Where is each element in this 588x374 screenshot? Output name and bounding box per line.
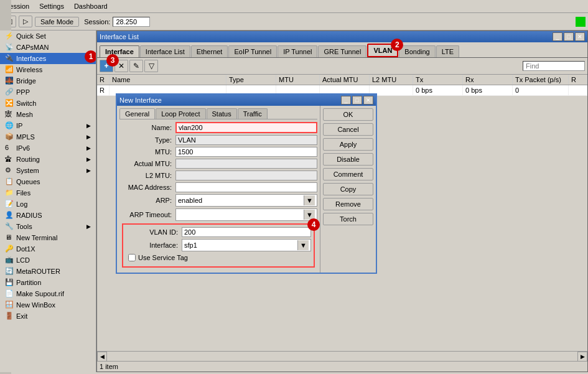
- sidebar-item-queues[interactable]: 📋 Queues: [0, 176, 96, 187]
- sidebar-item-interfaces[interactable]: 🔌 Interfaces 1: [0, 53, 96, 64]
- sidebar-item-switch[interactable]: 🔀 Switch: [0, 98, 96, 109]
- arp-select[interactable]: enabled ▼: [175, 194, 317, 207]
- sidebar-item-label: MPLS: [16, 133, 35, 141]
- tab-lte[interactable]: LTE: [436, 45, 459, 57]
- sidebar-item-quick-set[interactable]: ⚡ Quick Set: [0, 30, 96, 42]
- use-service-tag-checkbox[interactable]: [128, 254, 136, 261]
- sidebar-item-label: Files: [16, 189, 30, 197]
- sidebar-item-exit[interactable]: 🚪 Exit: [0, 311, 96, 322]
- mtu-input[interactable]: [175, 147, 317, 157]
- toolbar2: + 3 ✕ ✎ ▽: [97, 58, 587, 75]
- sidebar-item-lcd[interactable]: 📺 LCD: [0, 255, 96, 266]
- new-interface-dialog: New Interface _ □ ✕ General Loop Pr: [116, 93, 377, 274]
- tab-vlan[interactable]: VLAN 2: [367, 44, 398, 57]
- ok-button[interactable]: OK: [323, 108, 373, 121]
- sidebar-item-mesh[interactable]: 🕸 Mesh: [0, 109, 96, 120]
- tab-bonding[interactable]: Bonding: [399, 45, 435, 57]
- sidebar-item-radius[interactable]: 👤 RADIUS: [0, 210, 96, 221]
- comment-button[interactable]: Comment: [323, 168, 373, 180]
- name-input[interactable]: [175, 122, 317, 133]
- actual-mtu-input: [175, 159, 317, 169]
- cancel-button[interactable]: Cancel: [323, 123, 373, 136]
- arp-timeout-select[interactable]: ▼: [175, 208, 317, 221]
- dialog-close[interactable]: ✕: [363, 96, 373, 105]
- dtab-loop-protect[interactable]: Loop Protect: [156, 108, 205, 119]
- edit-button[interactable]: ✎: [129, 60, 143, 72]
- menu-settings[interactable]: Settings: [37, 1, 67, 11]
- safe-mode-button[interactable]: Safe Mode: [35, 17, 79, 27]
- sidebar-item-make-supout[interactable]: 📄 Make Supout.rif: [0, 288, 96, 299]
- tab-ip-tunnel[interactable]: IP Tunnel: [278, 45, 317, 57]
- close-button[interactable]: ✕: [575, 32, 585, 41]
- sidebar-item-metarouter[interactable]: 🔄 MetaROUTER: [0, 266, 96, 277]
- sidebar-item-capsman[interactable]: 📡 CAPsMAN: [0, 42, 96, 53]
- forward-button[interactable]: ▷: [19, 16, 32, 27]
- scroll-left-button[interactable]: ◀: [97, 352, 107, 362]
- apply-button[interactable]: Apply: [323, 138, 373, 151]
- dot1x-icon: 🔑: [5, 245, 14, 253]
- sidebar-item-mpls[interactable]: 📦 MPLS ▶: [0, 131, 96, 143]
- dtab-traffic[interactable]: Traffic: [238, 108, 268, 119]
- interface-label: Interface:: [126, 241, 182, 249]
- dtab-status[interactable]: Status: [207, 108, 237, 119]
- sidebar-item-label: Mesh: [16, 111, 33, 118]
- sidebar-item-system[interactable]: ⚙ System ▶: [0, 165, 96, 176]
- maximize-button[interactable]: □: [564, 32, 574, 41]
- ipv6-icon: 6: [5, 144, 14, 152]
- minimize-button[interactable]: _: [553, 32, 562, 41]
- tab-interface[interactable]: Interface: [100, 45, 139, 57]
- partition-icon: 💾: [5, 278, 14, 287]
- sidebar-item-label: Quick Set: [16, 32, 46, 40]
- sidebar-item-bridge[interactable]: 🌉 Bridge: [0, 75, 96, 86]
- disable-button[interactable]: Disable: [323, 153, 373, 166]
- tab-interface-list[interactable]: Interface List: [140, 45, 190, 57]
- sidebar-item-new-winbox[interactable]: 🪟 New WinBox: [0, 299, 96, 311]
- col-tx-packet: Tx Packet (p/s): [513, 75, 569, 85]
- interface-dropdown-arrow[interactable]: ▼: [297, 240, 309, 250]
- sidebar-item-wireless[interactable]: 📶 Wireless: [0, 64, 96, 75]
- sidebar-item-tools[interactable]: 🔧 Tools ▶: [0, 221, 96, 232]
- find-input[interactable]: [523, 61, 585, 71]
- col-tx: Tx: [413, 75, 463, 85]
- status-bar: 1 item: [97, 361, 587, 372]
- add-button[interactable]: + 3: [100, 60, 113, 72]
- sidebar-item-partition[interactable]: 💾 Partition: [0, 277, 96, 288]
- menu-dashboard[interactable]: Dashboard: [72, 1, 110, 11]
- sidebar-item-new-terminal[interactable]: 🖥 New Terminal: [0, 232, 96, 243]
- ipv6-arrow-icon: ▶: [86, 145, 91, 151]
- scroll-right-button[interactable]: ▶: [577, 352, 587, 362]
- copy-button[interactable]: Copy: [323, 183, 373, 195]
- switch-icon: 🔀: [5, 99, 14, 108]
- sidebar-item-ip[interactable]: 🌐 IP ▶: [0, 120, 96, 131]
- remove-button[interactable]: Remove: [323, 198, 373, 210]
- tab-gre-tunnel[interactable]: GRE Tunnel: [318, 45, 366, 57]
- sidebar-item-label: Queues: [16, 178, 40, 185]
- dialog-maximize[interactable]: □: [352, 96, 362, 105]
- sidebar-item-ipv6[interactable]: 6 IPv6 ▶: [0, 143, 96, 154]
- vlan-id-input[interactable]: [182, 227, 311, 237]
- exit-icon: 🚪: [5, 312, 14, 320]
- sidebar-item-ppp[interactable]: 🔗 PPP: [0, 86, 96, 98]
- tab-eoip-tunnel[interactable]: EoIP Tunnel: [228, 45, 277, 57]
- interface-select[interactable]: sfp1 ▼: [182, 239, 311, 251]
- ppp-icon: 🔗: [5, 88, 14, 96]
- col-r: R: [97, 75, 110, 85]
- filter-button[interactable]: ▽: [144, 60, 158, 72]
- dtab-general[interactable]: General: [119, 108, 155, 119]
- interface-value: sfp1: [184, 241, 197, 249]
- sidebar-item-label: New WinBox: [16, 301, 55, 309]
- sidebar-item-dot1x[interactable]: 🔑 Dot1X: [0, 243, 96, 255]
- torch-button[interactable]: Torch: [323, 213, 373, 225]
- sidebar-item-label: LCD: [16, 256, 30, 264]
- sidebar-item-files[interactable]: 📁 Files: [0, 187, 96, 199]
- sidebar-item-routing[interactable]: 🛣 Routing ▶: [0, 154, 96, 165]
- interfaces-icon: 🔌: [5, 54, 14, 63]
- form-row-interface: Interface: sfp1 ▼: [126, 239, 311, 251]
- dialog-minimize[interactable]: _: [341, 96, 351, 105]
- tab-ethernet[interactable]: Ethernet: [191, 45, 228, 57]
- sidebar-item-log[interactable]: 📝 Log: [0, 199, 96, 210]
- tools-arrow-icon: ▶: [86, 223, 91, 230]
- mac-input[interactable]: [175, 182, 317, 192]
- dialog-title-bar: New Interface _ □ ✕: [117, 95, 376, 106]
- arp-dropdown-arrow[interactable]: ▼: [304, 195, 315, 205]
